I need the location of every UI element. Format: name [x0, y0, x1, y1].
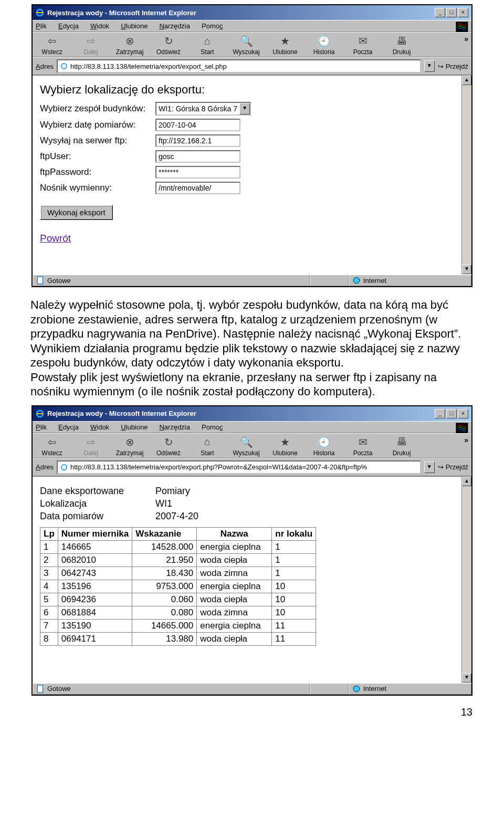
minimize-button[interactable]: _ — [435, 409, 445, 418]
menu-widok[interactable]: Widok — [90, 22, 109, 30]
submit-button[interactable]: Wykonaj eksport — [40, 205, 113, 220]
page-content: ▲ ▼ Wybierz lokalizację do eksportu: Wyb… — [33, 75, 471, 274]
cell-lokal: 10 — [272, 606, 316, 619]
page-icon — [60, 62, 68, 70]
svg-rect-8 — [37, 685, 43, 693]
forward-button[interactable]: ⇨Dalej — [75, 35, 107, 56]
scroll-up-icon[interactable]: ▲ — [462, 477, 471, 486]
history-button[interactable]: 🕘Historia — [308, 436, 340, 457]
print-button[interactable]: 🖶Drukuj — [385, 436, 418, 457]
svg-point-9 — [353, 686, 359, 691]
search-button[interactable]: 🔍Wyszukaj — [230, 436, 262, 457]
cell-lokal: 10 — [272, 580, 316, 593]
cell-wskazanie: 13.980 — [132, 632, 197, 645]
titlebar[interactable]: Rejestracja wody - Microsoft Internet Ex… — [33, 406, 471, 421]
input-ftpuser[interactable] — [155, 150, 240, 163]
vertical-scrollbar[interactable]: ▲ ▼ — [461, 477, 471, 683]
forward-button[interactable]: ⇨Dalej — [75, 436, 107, 457]
toolbar-overflow-icon[interactable]: » — [464, 35, 468, 43]
window-buttons: _ □ × — [435, 409, 468, 418]
address-dropdown-icon[interactable]: ▼ — [424, 462, 435, 473]
select-zespol[interactable]: WI1: Górska 8 Górska 7 ▼ — [155, 102, 251, 116]
input-ftp[interactable] — [155, 134, 240, 147]
history-button[interactable]: 🕘Historia — [308, 35, 340, 56]
mail-button[interactable]: ✉Poczta — [346, 436, 379, 457]
ie-logo-icon — [36, 410, 44, 418]
table-row: 3064274318.430woda zimna1 — [40, 567, 316, 580]
col-lp: Lp — [40, 527, 58, 540]
search-button[interactable]: 🔍Wyszukaj — [230, 35, 262, 56]
maximize-button[interactable]: □ — [446, 8, 457, 17]
titlebar[interactable]: Rejestracja wody - Microsoft Internet Ex… — [33, 5, 471, 20]
home-button[interactable]: ⌂Start — [191, 35, 224, 56]
doc-paragraph: Należy wypełnić stosowne pola, tj. wybór… — [30, 298, 474, 399]
favorites-icon: ★ — [269, 436, 301, 448]
refresh-button[interactable]: ↻Odśwież — [152, 35, 185, 56]
cell-numer: 0694171 — [58, 632, 132, 645]
input-ftppass[interactable] — [155, 166, 240, 179]
menu-narzedzia[interactable]: Narzędzia — [159, 423, 190, 431]
home-button[interactable]: ⌂Start — [191, 436, 224, 457]
ie-throbber-icon — [456, 423, 468, 434]
cell-lp: 5 — [40, 593, 58, 606]
address-field[interactable]: http://83.8.113.138/telemetria/export/ex… — [57, 59, 421, 73]
window-buttons: _ □ × — [435, 8, 468, 17]
menu-edycja[interactable]: Edycja — [58, 423, 79, 431]
back-link[interactable]: Powrót — [40, 233, 71, 244]
menu-edycja[interactable]: Edycja — [58, 22, 79, 30]
cell-lp: 3 — [40, 567, 58, 580]
vertical-scrollbar[interactable]: ▲ ▼ — [461, 76, 471, 274]
menu-ulubione[interactable]: Ulubione — [121, 22, 148, 30]
print-button[interactable]: 🖶Drukuj — [385, 35, 418, 56]
table-row: 606818840.080woda zimna10 — [40, 606, 316, 619]
menu-pomoc[interactable]: Pomoc — [202, 423, 223, 431]
go-button[interactable]: ↪ Przejdź — [438, 463, 468, 471]
menu-plik[interactable]: Plik — [36, 423, 47, 431]
toolbar: ⇦Wstecz ⇨Dalej ⊗Zatrzymaj ↻Odśwież ⌂Star… — [33, 32, 471, 57]
mail-button[interactable]: ✉Poczta — [346, 35, 379, 56]
cell-lokal: 1 — [272, 540, 316, 553]
minimize-button[interactable]: _ — [435, 8, 445, 17]
scroll-down-icon[interactable]: ▼ — [462, 265, 471, 274]
maximize-button[interactable]: □ — [446, 409, 457, 418]
stop-icon: ⊗ — [113, 35, 146, 47]
label-zespol: Wybierz zespół budynków: — [40, 103, 155, 114]
cell-lp: 1 — [40, 540, 58, 553]
back-button[interactable]: ⇦Wstecz — [36, 436, 68, 457]
cell-lp: 4 — [40, 580, 58, 593]
address-field[interactable]: http://83.8.113.138/telemetria/export/ex… — [57, 460, 421, 474]
menu-plik[interactable]: Plik — [36, 22, 47, 30]
back-button[interactable]: ⇦Wstecz — [36, 35, 68, 56]
toolbar-overflow-icon[interactable]: » — [464, 436, 468, 444]
status-mid1 — [310, 275, 349, 286]
address-dropdown-icon[interactable]: ▼ — [424, 60, 435, 72]
window-title: Rejestracja wody - Microsoft Internet Ex… — [47, 410, 435, 417]
go-button[interactable]: ↪ Przejdź — [438, 62, 468, 70]
refresh-button[interactable]: ↻Odśwież — [152, 436, 185, 457]
close-button[interactable]: × — [458, 409, 468, 418]
svg-point-2 — [61, 64, 67, 69]
cell-nazwa: woda ciepła — [197, 553, 272, 567]
favorites-icon: ★ — [269, 35, 301, 47]
menu-narzedzia[interactable]: Narzędzia — [159, 22, 190, 30]
export-table: Lp Numer miernika Wskazanie Nazwa nr lok… — [40, 527, 316, 646]
scroll-up-icon[interactable]: ▲ — [462, 76, 471, 85]
favorites-button[interactable]: ★Ulubione — [269, 35, 301, 56]
menu-widok[interactable]: Widok — [90, 423, 109, 431]
input-nosnik[interactable] — [155, 182, 240, 194]
status-left: Gotowe — [33, 683, 310, 695]
chevron-down-icon[interactable]: ▼ — [239, 103, 250, 114]
page-number: 13 — [0, 706, 472, 718]
stop-button[interactable]: ⊗Zatrzymaj — [113, 35, 146, 56]
stop-button[interactable]: ⊗Zatrzymaj — [113, 436, 146, 457]
scroll-down-icon[interactable]: ▼ — [462, 673, 471, 683]
page-icon — [60, 463, 68, 471]
menu-ulubione[interactable]: Ulubione — [121, 423, 148, 431]
go-icon: ↪ — [438, 463, 444, 471]
favorites-button[interactable]: ★Ulubione — [269, 436, 301, 457]
table-row: 713519014665.000energia cieplna11 — [40, 619, 316, 632]
menu-pomoc[interactable]: Pomoc — [202, 22, 223, 30]
cell-nazwa: energia cieplna — [197, 619, 272, 632]
input-data[interactable] — [155, 119, 240, 131]
close-button[interactable]: × — [458, 8, 468, 17]
